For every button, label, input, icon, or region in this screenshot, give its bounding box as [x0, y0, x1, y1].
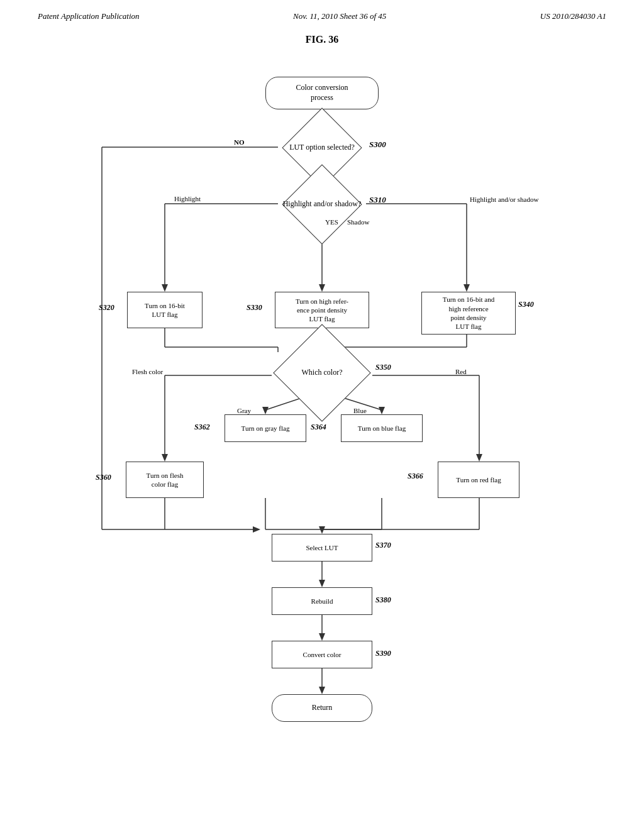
- s364-rect: Turn on blue flag: [341, 414, 423, 442]
- s310-step: S310: [369, 195, 386, 205]
- highlight-shadow-note: Highlight and/or shadow: [470, 195, 538, 204]
- svg-marker-40: [319, 526, 325, 534]
- shadow-label: Shadow: [347, 218, 369, 226]
- s300-diamond: LUT option selected?: [278, 132, 366, 163]
- s330-rect: Turn on high refer- ence point density L…: [275, 292, 369, 328]
- svg-marker-11: [319, 284, 325, 292]
- flesh-label: Flesh color: [132, 368, 163, 375]
- s364-step: S364: [311, 423, 326, 432]
- s340-rect: Turn on 16-bit and high reference point …: [421, 292, 516, 335]
- diagram-container: Color conversion process LUT option sele…: [39, 58, 605, 750]
- s380-text: Rebuild: [311, 597, 333, 606]
- s390-step: S390: [375, 649, 391, 658]
- header-middle: Nov. 11, 2010 Sheet 36 of 45: [293, 11, 386, 21]
- yes-label: YES: [325, 218, 338, 226]
- s370-text: Select LUT: [306, 543, 338, 552]
- blue-label: Blue: [353, 407, 367, 414]
- s310-diamond: Highlight and/or shadow?: [278, 189, 366, 220]
- end-label: Return: [312, 703, 333, 713]
- s320-text: Turn on 16-bit LUT flag: [145, 301, 185, 319]
- s366-text: Turn on red flag: [456, 475, 501, 484]
- s300-step: S300: [369, 140, 386, 150]
- svg-marker-9: [162, 284, 168, 292]
- s380-step: S380: [375, 595, 391, 605]
- s380-rect: Rebuild: [272, 587, 372, 615]
- svg-marker-46: [319, 687, 325, 694]
- s300-label: LUT option selected?: [289, 143, 355, 153]
- s364-text: Turn on blue flag: [358, 424, 406, 433]
- svg-marker-42: [319, 580, 325, 587]
- s330-text: Turn on high refer- ence point density L…: [296, 297, 348, 324]
- s320-step: S320: [99, 303, 114, 313]
- end-shape: Return: [272, 694, 372, 722]
- svg-marker-44: [319, 633, 325, 641]
- s350-text: Which color?: [302, 368, 343, 378]
- s390-text: Convert color: [303, 650, 341, 659]
- header-left: Patent Application Publication: [38, 11, 140, 21]
- s362-text: Turn on gray flag: [242, 424, 290, 433]
- s360-text: Turn on flesh color flag: [147, 471, 184, 489]
- svg-marker-29: [379, 407, 385, 414]
- s366-step: S366: [408, 472, 423, 481]
- s310-text: Highlight and/or shadow?: [283, 199, 362, 209]
- s340-text: Turn on 16-bit and high reference point …: [443, 295, 494, 331]
- svg-marker-27: [262, 407, 269, 414]
- s362-step: S362: [194, 423, 210, 432]
- svg-marker-13: [464, 284, 470, 292]
- gray-label: Gray: [237, 407, 251, 414]
- s362-rect: Turn on gray flag: [225, 414, 306, 442]
- s340-step: S340: [518, 300, 534, 309]
- s350-diamond: Which color?: [272, 352, 372, 393]
- s350-step: S350: [375, 363, 391, 372]
- s390-rect: Convert color: [272, 641, 372, 668]
- svg-marker-5: [253, 526, 260, 533]
- page-header: Patent Application Publication Nov. 11, …: [0, 0, 644, 28]
- no-label: NO: [234, 138, 245, 146]
- header-right: US 2010/284030 A1: [540, 11, 606, 21]
- s370-step: S370: [375, 541, 391, 550]
- start-shape: Color conversion process: [265, 77, 379, 109]
- s330-step: S330: [247, 303, 262, 313]
- start-label: Color conversion process: [296, 83, 348, 102]
- highlight-label: Highlight: [174, 195, 201, 202]
- s366-rect: Turn on red flag: [438, 462, 519, 498]
- s370-rect: Select LUT: [272, 534, 372, 562]
- s360-step: S360: [96, 473, 111, 482]
- s320-rect: Turn on 16-bit LUT flag: [127, 292, 203, 328]
- fig-title: FIG. 36: [0, 34, 644, 45]
- red-label: Red: [455, 368, 467, 375]
- svg-marker-32: [476, 454, 482, 462]
- s360-rect: Turn on flesh color flag: [126, 462, 204, 498]
- svg-marker-25: [162, 454, 168, 462]
